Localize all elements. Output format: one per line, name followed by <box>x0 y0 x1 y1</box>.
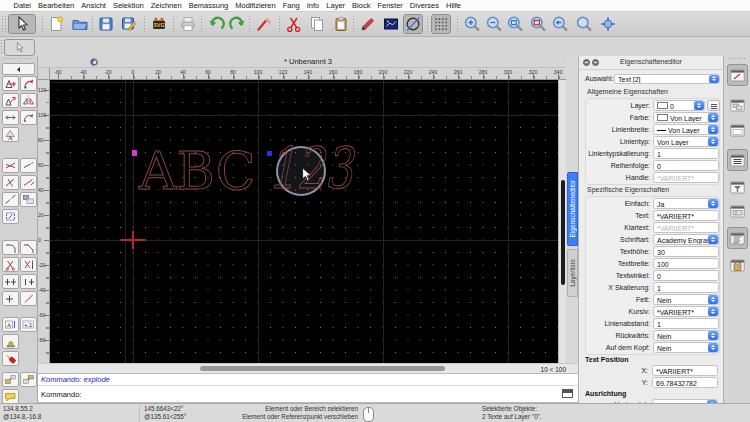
select-stepper[interactable] <box>708 331 718 340</box>
print-button[interactable] <box>178 14 198 34</box>
modify-stretch-plus-button[interactable] <box>2 274 19 289</box>
property-select[interactable]: Ja <box>653 198 719 209</box>
property-input[interactable]: 1 <box>653 282 719 293</box>
menu-selektion[interactable]: Selektion <box>109 1 147 10</box>
menu-hilfe[interactable]: Hilfe <box>443 1 465 10</box>
modify-mirror-button[interactable] <box>20 93 37 108</box>
modify-bevel-corner-button[interactable] <box>20 240 37 255</box>
grid-toggle-button[interactable] <box>431 14 451 34</box>
modify-flip-button[interactable] <box>2 110 19 125</box>
property-select[interactable]: Academy Engraved LET <box>653 234 719 245</box>
property-input[interactable]: 30 <box>653 246 719 257</box>
property-editor-panel-toggle-button[interactable] <box>727 64 748 86</box>
select-stepper[interactable] <box>708 235 718 244</box>
redo-button[interactable] <box>228 14 248 34</box>
property-input[interactable]: 0 <box>653 160 719 171</box>
modify-move-copy-button[interactable] <box>2 76 19 91</box>
zoom-crosshair-button[interactable] <box>598 14 618 34</box>
layer-menu-button[interactable] <box>707 100 720 111</box>
selection-pointer-option-button[interactable] <box>4 39 35 56</box>
property-select[interactable]: Von Layer <box>653 112 719 123</box>
block-list-panel-toggle-button[interactable] <box>727 200 748 222</box>
cad-text-entity[interactable]: ABC <box>139 145 256 197</box>
menu-layer[interactable]: Layer <box>323 1 349 10</box>
command-input[interactable]: Kommando: <box>38 386 578 403</box>
bitmap-export-button[interactable] <box>381 14 401 34</box>
save-file-button[interactable] <box>96 14 116 34</box>
modify-text-edit-button[interactable]: A <box>2 317 19 332</box>
modify-explode-text-button[interactable] <box>20 372 37 387</box>
vertical-scrollbar-thumb[interactable] <box>561 180 565 285</box>
property-input[interactable]: 1 <box>653 148 719 159</box>
modify-explode-button[interactable] <box>2 372 19 387</box>
draw-pencil-button[interactable] <box>357 14 377 34</box>
pan-zoom-button[interactable] <box>574 14 594 34</box>
layer-list-panel-toggle-button[interactable] <box>727 94 748 116</box>
property-select[interactable]: *VARIIERT* <box>653 306 719 317</box>
menu-block[interactable]: Block <box>349 1 374 10</box>
modify-blocks-button[interactable] <box>20 192 37 207</box>
side-tab-property-editor[interactable]: Eigenschafteneditor <box>567 172 578 246</box>
property-select[interactable]: Nein <box>653 342 719 353</box>
new-file-button[interactable] <box>46 14 66 34</box>
property-input[interactable]: 69.78432782 <box>652 377 718 388</box>
select-stepper[interactable] <box>708 137 718 146</box>
property-input[interactable]: 0 <box>653 270 719 281</box>
drawing-canvas[interactable]: ABC123 <box>50 80 558 363</box>
property-select[interactable]: Von Layer <box>653 124 719 135</box>
palette-handle[interactable] <box>2 57 32 61</box>
modify-stamp-button[interactable] <box>2 334 19 349</box>
undo-button[interactable] <box>206 14 226 34</box>
auto-zoom-button[interactable] <box>505 14 525 34</box>
toolbar-handle[interactable] <box>1 15 6 33</box>
zoom-previous-button[interactable] <box>550 14 570 34</box>
property-select[interactable]: Nein <box>653 330 719 341</box>
select-stepper[interactable] <box>708 125 718 134</box>
modify-lengthen-button[interactable] <box>20 158 37 173</box>
property-select[interactable]: Nein <box>653 294 719 305</box>
menu-ansicht[interactable]: Ansicht <box>78 1 110 10</box>
modify-callout-button[interactable] <box>2 389 19 404</box>
modify-divide-button[interactable] <box>20 291 37 306</box>
menu-datei[interactable]: Datei <box>10 1 35 10</box>
horizontal-scrollbar[interactable]: 10 < 100 <box>38 363 578 373</box>
select-stepper[interactable] <box>708 295 718 304</box>
back-button[interactable] <box>2 63 35 75</box>
select-stepper[interactable] <box>694 101 704 110</box>
cut-button[interactable] <box>284 14 304 34</box>
paste-button[interactable] <box>331 14 351 34</box>
selection-select[interactable]: Text [2] <box>614 74 720 85</box>
select-stepper[interactable] <box>708 199 718 208</box>
menu-bearbeiten[interactable]: Bearbeiten <box>35 1 78 10</box>
property-input[interactable]: *VARIIERT* <box>653 210 719 221</box>
modify-mirror-angle-button[interactable]: A <box>2 127 19 142</box>
modify-rotate-button[interactable] <box>20 76 37 91</box>
property-input[interactable]: *VARIIERT* <box>653 222 719 233</box>
property-select[interactable]: Von Layer <box>653 136 719 147</box>
zoom-window-button[interactable] <box>528 14 548 34</box>
menu-fenster[interactable]: Fenster <box>374 1 406 10</box>
property-input[interactable]: *VARIIERT* <box>653 172 719 183</box>
modify-cut-trim2-button[interactable] <box>20 257 37 272</box>
dock-handle[interactable] <box>728 57 746 61</box>
modify-round-corner-button[interactable] <box>2 240 19 255</box>
svg-export-button[interactable]: SVG <box>149 14 169 34</box>
vertical-scrollbar[interactable] <box>558 80 566 363</box>
zoom-out-button[interactable] <box>484 14 504 34</box>
modify-scale-button[interactable] <box>2 93 19 108</box>
menu-fang[interactable]: Fang <box>279 1 303 10</box>
selection-pointer-button[interactable] <box>8 14 36 34</box>
save-file-as-button[interactable] <box>119 14 139 34</box>
select-stepper[interactable] <box>708 307 718 316</box>
zoom-in-button[interactable] <box>462 14 482 34</box>
select-stepper[interactable] <box>708 113 718 122</box>
property-input[interactable]: 1 <box>653 318 719 329</box>
modify-break-point-button[interactable] <box>2 291 19 306</box>
cad-text-entity[interactable]: 123 <box>268 140 353 197</box>
blank-panel-toggle-button[interactable] <box>727 119 748 141</box>
font-filter-panel-toggle-button[interactable] <box>727 176 748 198</box>
menu-bemassung[interactable]: Bemassung <box>185 1 232 10</box>
modify-trim-button[interactable] <box>2 158 19 173</box>
modify-stretch-edge-button[interactable] <box>20 274 37 289</box>
menu-zeichnen[interactable]: Zeichnen <box>147 1 185 10</box>
